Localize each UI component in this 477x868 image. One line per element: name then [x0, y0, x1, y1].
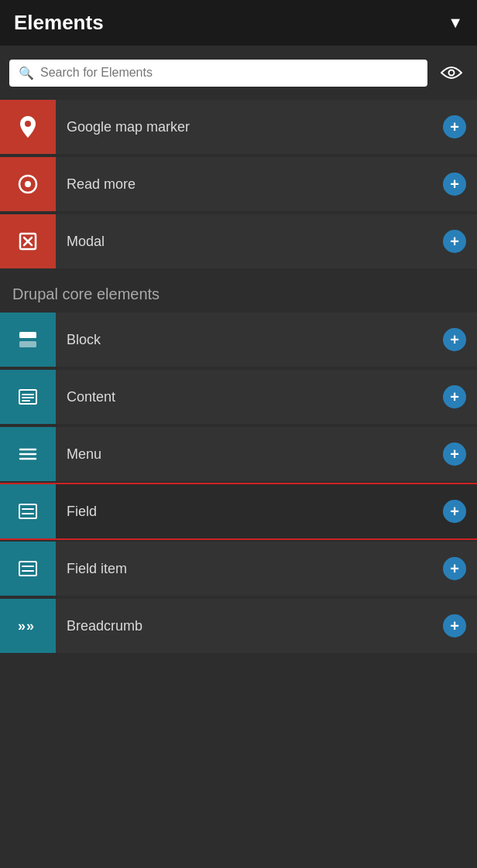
- read-more-label: Read more: [56, 176, 443, 193]
- element-menu[interactable]: Menu +: [0, 427, 477, 481]
- add-google-map-marker-button[interactable]: +: [443, 115, 466, 138]
- field-item-icon: [0, 542, 56, 596]
- search-input-wrapper[interactable]: 🔍: [9, 60, 427, 87]
- element-content[interactable]: Content +: [0, 370, 477, 424]
- add-menu-button[interactable]: +: [443, 443, 466, 466]
- content-icon: [0, 370, 56, 424]
- google-map-marker-label: Google map marker: [56, 119, 443, 135]
- field-item-label: Field item: [56, 561, 443, 577]
- add-breadcrumb-button[interactable]: +: [443, 614, 466, 637]
- breadcrumb-icon: » »: [0, 599, 56, 653]
- svg-text:»: »: [18, 618, 26, 634]
- red-elements-list: Google map marker + Read more + Modal +: [0, 100, 477, 268]
- block-icon: [0, 313, 56, 367]
- element-field[interactable]: Field +: [0, 484, 477, 538]
- svg-rect-16: [19, 504, 36, 518]
- svg-point-3: [25, 181, 31, 187]
- element-read-more[interactable]: Read more +: [0, 157, 477, 211]
- modal-label: Modal: [56, 234, 443, 250]
- search-icon: 🔍: [19, 66, 34, 80]
- add-modal-button[interactable]: +: [443, 230, 466, 253]
- field-label: Field: [56, 504, 443, 520]
- chevron-down-icon[interactable]: ▼: [448, 14, 463, 32]
- add-read-more-button[interactable]: +: [443, 173, 466, 196]
- drupal-core-section-title: Drupal core elements: [12, 285, 160, 302]
- element-block[interactable]: Block +: [0, 313, 477, 367]
- add-block-button[interactable]: +: [443, 328, 466, 351]
- panel-title: Elements: [14, 11, 104, 35]
- add-field-button[interactable]: +: [443, 500, 466, 523]
- add-field-item-button[interactable]: +: [443, 557, 466, 580]
- menu-label: Menu: [56, 446, 443, 463]
- drupal-elements-list: Block + Content + Menu +: [0, 313, 477, 653]
- svg-point-1: [25, 121, 31, 127]
- svg-text:»: »: [26, 618, 34, 634]
- visibility-toggle-icon[interactable]: [435, 56, 468, 89]
- block-label: Block: [56, 332, 443, 348]
- element-field-item[interactable]: Field item +: [0, 542, 477, 596]
- read-more-icon: [0, 157, 56, 211]
- element-modal[interactable]: Modal +: [0, 214, 477, 268]
- element-google-map-marker[interactable]: Google map marker +: [0, 100, 477, 154]
- panel-header: Elements ▼: [0, 0, 477, 46]
- svg-rect-7: [19, 332, 36, 338]
- search-bar: 🔍: [0, 46, 477, 100]
- svg-rect-8: [19, 341, 36, 347]
- drupal-core-section-header: Drupal core elements: [0, 270, 477, 313]
- search-input[interactable]: [40, 66, 418, 80]
- add-content-button[interactable]: +: [443, 385, 466, 408]
- element-breadcrumb[interactable]: » » Breadcrumb +: [0, 599, 477, 653]
- svg-point-0: [449, 70, 455, 76]
- menu-icon: [0, 427, 56, 481]
- svg-rect-19: [19, 562, 36, 576]
- modal-icon: [0, 214, 56, 268]
- breadcrumb-label: Breadcrumb: [56, 618, 443, 634]
- field-icon: [0, 484, 56, 538]
- google-map-marker-icon: [0, 100, 56, 154]
- content-label: Content: [56, 389, 443, 405]
